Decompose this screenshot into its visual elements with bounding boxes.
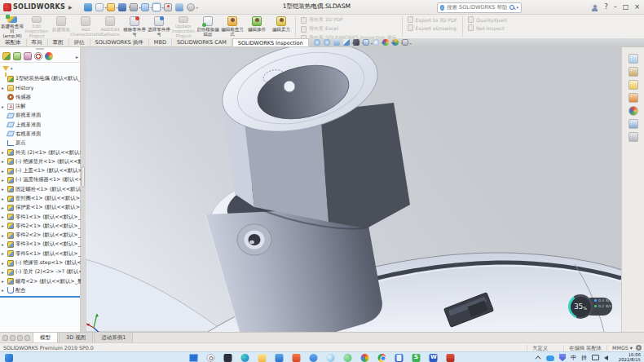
expand-arrow-icon[interactable]: ▸ xyxy=(2,270,6,275)
tab-evaluate[interactable]: 评估 xyxy=(69,38,90,46)
scroll-prev-icon[interactable] xyxy=(10,335,15,341)
display-tray-icon[interactable] xyxy=(592,355,599,360)
filter-icon[interactable] xyxy=(2,66,9,71)
edit-vendors-button[interactable]: 编辑卖方 xyxy=(269,15,293,38)
search-button[interactable] xyxy=(207,354,215,362)
displaymanager-tab-icon[interactable] xyxy=(45,52,53,60)
new-document-icon[interactable] xyxy=(95,3,104,11)
save-icon[interactable] xyxy=(118,3,126,11)
update-inspection-project-button[interactable]: Update Inspection Project xyxy=(171,15,196,38)
tree-item-history[interactable]: ▸ History xyxy=(0,83,81,92)
expand-arrow-icon[interactable]: ▸ xyxy=(2,251,6,256)
rebuild-icon[interactable] xyxy=(164,3,172,11)
store-icon[interactable] xyxy=(293,354,301,362)
panel-tabs-overflow-icon[interactable]: ▸ xyxy=(76,54,78,60)
expand-arrow-icon[interactable]: ▸ xyxy=(2,214,6,219)
expand-arrow-icon[interactable]: ▸ xyxy=(2,242,6,247)
tree-item-part[interactable]: ▸ 保护套<1> (默认<<默认>_显示状 xyxy=(0,203,81,212)
remove-balloons-button[interactable]: 移除零件序号 xyxy=(122,15,147,38)
launch-template-editor-button[interactable]: 启动模板编辑器 xyxy=(196,15,220,38)
login-user-icon[interactable] xyxy=(591,4,598,11)
section-view-icon[interactable] xyxy=(343,39,350,46)
word-icon[interactable] xyxy=(430,354,438,362)
expand-arrow-icon[interactable]: ▸ xyxy=(2,104,6,109)
tree-item-part[interactable]: ▸ 密封圈<1> (默认<<默认>_显示状 xyxy=(0,194,81,203)
status-gear-icon[interactable] xyxy=(636,345,642,351)
tree-item-part[interactable]: ▸ 外壳 (2)<1> (默认<<默认>_显示状 xyxy=(0,148,81,157)
tree-item-part[interactable]: ▸ (-) 绝缘管.step<1> (默认<<默认> xyxy=(0,258,81,267)
tree-item-part[interactable]: ▸ (-) 温度传感器<1> (默认<<默认>_ xyxy=(0,175,81,184)
scroll-first-icon[interactable] xyxy=(2,335,8,341)
tree-item-part[interactable]: ▸ 零件2<2> (默认<<默认>_显示状态 xyxy=(0,231,81,240)
zoom-area-icon[interactable] xyxy=(324,39,330,46)
tree-item-part[interactable]: ▸ 零件2<1> (默认<<默认>_显示状态 xyxy=(0,222,81,231)
export-3d-pdf-link[interactable]: Export to 3D PDF xyxy=(408,16,458,23)
select-icon[interactable] xyxy=(152,3,161,11)
doc-tab-model[interactable]: 模型 xyxy=(33,332,58,342)
custom-properties-icon[interactable] xyxy=(629,119,638,129)
tray-overflow-icon[interactable] xyxy=(536,355,541,361)
widgets-button[interactable] xyxy=(5,354,13,362)
ime-mode-button[interactable]: 拼 xyxy=(581,354,587,362)
forum-icon[interactable] xyxy=(629,132,638,142)
app-blue-icon[interactable] xyxy=(310,354,318,362)
hide-show-items-icon[interactable] xyxy=(373,39,379,46)
tree-item-part[interactable]: ▸ 零件1<1> (默认<<默认>_显示状态 xyxy=(0,212,81,221)
expand-arrow-icon[interactable]: ▸ xyxy=(2,261,6,266)
qualityxpert-link[interactable]: QualityXpert xyxy=(468,16,507,23)
tree-item-right-plane[interactable]: 右视基准面 xyxy=(0,130,81,139)
tree-item-origin[interactable]: 原点 xyxy=(0,139,81,148)
search-options-caret-icon[interactable]: ▾ xyxy=(516,5,518,10)
propertymanager-tab-icon[interactable] xyxy=(13,52,21,60)
scroll-next-icon[interactable] xyxy=(17,335,23,341)
options-icon[interactable] xyxy=(187,3,195,11)
panel-drag-handle[interactable] xyxy=(36,48,44,50)
help-button[interactable]: ? xyxy=(604,0,607,15)
export-excel-link[interactable]: 导出至 Excel xyxy=(301,25,397,33)
browser-swirl-icon[interactable] xyxy=(327,354,335,362)
tab-assembly[interactable]: 装配体 xyxy=(0,38,27,46)
apply-scene-icon[interactable] xyxy=(392,39,399,46)
solidworks-icon[interactable] xyxy=(447,354,455,362)
search-icon[interactable] xyxy=(509,5,514,11)
edge-icon[interactable] xyxy=(241,354,249,362)
previous-view-icon[interactable] xyxy=(333,39,340,46)
zoom-fit-icon[interactable] xyxy=(314,39,320,46)
splitter-handle[interactable] xyxy=(82,166,85,188)
expand-arrow-icon[interactable]: ▸ xyxy=(2,159,6,164)
add-characteristic-button[interactable]: Add Characteristic xyxy=(73,15,98,38)
onedrive-icon[interactable] xyxy=(546,355,554,361)
chrome-icon[interactable] xyxy=(378,354,386,362)
browser-colorful-icon[interactable] xyxy=(361,354,369,362)
expand-arrow-icon[interactable]: ▸ xyxy=(2,223,6,228)
doc-tab-3d-views[interactable]: 3D 视图 xyxy=(59,332,93,342)
export-edrawing-link[interactable]: Export eDrawing xyxy=(408,24,458,31)
taskbar-clock[interactable]: 16:06 2022/8/15 xyxy=(619,353,641,362)
wps-spreadsheet-icon[interactable] xyxy=(412,354,421,362)
solidworks-resources-icon[interactable] xyxy=(629,54,638,64)
edit-inspection-methods-button[interactable]: 编辑检查方式 xyxy=(220,15,245,38)
expand-arrow-icon[interactable]: ▸ xyxy=(2,279,6,284)
tree-item-part[interactable]: ▸ (-) 垫片 (2)<2> ->? (默认<<默认> xyxy=(0,267,81,276)
dimxpertmanager-tab-icon[interactable] xyxy=(34,52,42,60)
dictionary-icon[interactable] xyxy=(395,354,404,362)
expand-arrow-icon[interactable]: ▸ xyxy=(2,150,6,155)
tab-layout[interactable]: 布局 xyxy=(27,38,48,46)
tree-item-part[interactable]: ▸ 零件3<1> (默认<<默认>_显示状态 xyxy=(0,240,81,249)
units-selector[interactable]: MMGS ▾ xyxy=(607,345,633,351)
tab-cam[interactable]: SOLIDWORKS CAM xyxy=(172,38,232,46)
tree-item-part[interactable]: ▸ (-) 绝缘垫片<1> (默认<<默认>_显 xyxy=(0,157,81,166)
tree-item-part[interactable]: ▸ 零件5<1> (默认<<默认>_显示状态 xyxy=(0,249,81,258)
graphics-area[interactable]: 35% 0.3K/s 0.2K/s xyxy=(86,47,621,332)
tree-item-sensors[interactable]: 传感器 xyxy=(0,93,81,102)
tree-item-top-plane[interactable]: 上视基准面 xyxy=(0,120,81,129)
mail-icon[interactable] xyxy=(276,354,284,362)
expand-arrow-icon[interactable]: ▸ xyxy=(2,86,6,90)
print-icon[interactable] xyxy=(130,3,138,11)
tree-item-part[interactable]: ▸ (-) 上盖<1> (默认<<默认>_显示状 xyxy=(0,166,81,175)
tab-sketch[interactable]: 草图 xyxy=(48,38,69,46)
minimize-button[interactable]: – xyxy=(614,0,617,15)
expand-arrow-icon[interactable]: ▸ xyxy=(2,205,6,210)
start-button[interactable] xyxy=(190,354,198,362)
expand-arrow-icon[interactable]: ▸ xyxy=(2,178,6,183)
